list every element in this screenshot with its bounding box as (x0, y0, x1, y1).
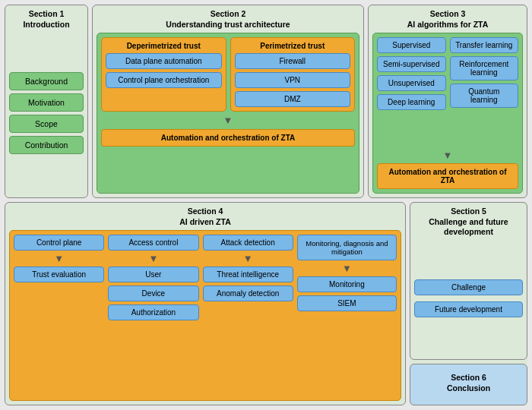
section3-grid: Supervised Semi-supervised Unsupervised … (377, 37, 518, 147)
firewall-item[interactable]: Firewall (235, 53, 351, 69)
section2-title-line2: Understanding trust architecture (166, 20, 290, 29)
s4-col4-arrow: ▼ (342, 263, 352, 273)
section1-items: Background Motivation Scope Contribution (9, 33, 84, 194)
section2-top: Deperimetrized trust Data plane automati… (101, 37, 355, 112)
control-plane-header[interactable]: Control plane (14, 235, 104, 251)
section1-box: Section 1 Introduction Background Motiva… (5, 5, 88, 198)
s4-col1: Control plane ▼ Trust evaluation (14, 235, 104, 396)
supervised-item[interactable]: Supervised (377, 37, 446, 53)
attack-detection-header[interactable]: Attack detection (203, 235, 293, 251)
trust-evaluation-item[interactable]: Trust evaluation (14, 266, 104, 282)
section5-title: Section 5 Challenge and future developme… (414, 207, 523, 238)
quantum-learning-item[interactable]: Quantum learning (450, 84, 519, 108)
threat-intelligence-item[interactable]: Threat intelligence (203, 266, 293, 282)
monitoring-header[interactable]: Monitoring, diagnosis and mitigation (297, 235, 397, 260)
deperimetrized-col: Deperimetrized trust Data plane automati… (101, 37, 226, 112)
control-plane-orchestration[interactable]: Control plane orchestration (106, 72, 222, 88)
scope-item[interactable]: Scope (9, 115, 84, 133)
unsupervised-item[interactable]: Unsupervised (377, 75, 446, 91)
bottom-row: Section 4 AI driven ZTA Control plane ▼ … (5, 202, 527, 405)
section1-title-line1: Section 1 (29, 9, 65, 18)
section3-title: Section 3 AI algorithms for ZTA (372, 9, 523, 30)
perimetrized-col: Perimetrized trust Firewall VPN DMZ (230, 37, 356, 112)
reinforcement-learning-item[interactable]: Reinforcement learning (450, 56, 519, 80)
section1-title: Section 1 Introduction (9, 9, 84, 30)
section2-automation-bar: Automation and orchestration of ZTA (101, 129, 355, 147)
transfer-learning-item[interactable]: Transfer learning (450, 37, 519, 53)
deperimetrized-header: Deperimetrized trust (127, 42, 201, 50)
section3-left-col: Supervised Semi-supervised Unsupervised … (377, 37, 446, 147)
anomaly-detection-item[interactable]: Anomaly detection (203, 285, 293, 301)
section6-title-line2: Conclusion (447, 383, 490, 393)
section3-inner: Supervised Semi-supervised Unsupervised … (372, 33, 523, 194)
section4-title: Section 4 AI driven ZTA (9, 207, 401, 227)
s4-col2: Access control ▼ User Device Authorizati… (108, 235, 198, 396)
section3-automation-bar: Automation and orchestration of ZTA (377, 163, 518, 189)
semi-supervised-item[interactable]: Semi-supervised (377, 56, 446, 72)
section2-title: Section 2 Understanding trust architectu… (97, 9, 359, 30)
section5-box: Section 5 Challenge and future developme… (410, 202, 527, 360)
section6-title: Section 6 Conclusion (414, 373, 523, 393)
access-control-header[interactable]: Access control (108, 235, 198, 251)
challenge-item[interactable]: Challenge (414, 279, 523, 295)
section3-right-col: Transfer learning Reinforcement learning… (450, 37, 519, 147)
section3-title-line2: AI algorithms for ZTA (407, 20, 489, 29)
future-development-item[interactable]: Future development (414, 301, 523, 317)
motivation-item[interactable]: Motivation (9, 93, 84, 112)
data-plane-automation[interactable]: Data plane automation (106, 53, 222, 69)
user-item[interactable]: User (108, 266, 198, 282)
section3-box: Section 3 AI algorithms for ZTA Supervis… (368, 5, 527, 198)
section5-items: Challenge Future development (414, 241, 523, 355)
dmz-item[interactable]: DMZ (235, 91, 351, 107)
vpn-item[interactable]: VPN (235, 72, 351, 88)
section1-title-line2: Introduction (23, 20, 69, 29)
section4-inner: Control plane ▼ Trust evaluation Access … (9, 230, 401, 401)
s4-col3: Attack detection ▼ Threat intelligence A… (203, 235, 293, 396)
top-row: Section 1 Introduction Background Motiva… (5, 5, 527, 198)
section5-title-line2: Challenge and future development (429, 217, 508, 237)
section2-arrow: ▼ (101, 115, 355, 125)
s4-col2-arrow: ▼ (148, 254, 158, 263)
s4-col4: Monitoring, diagnosis and mitigation ▼ M… (297, 235, 397, 396)
section4-box: Section 4 AI driven ZTA Control plane ▼ … (5, 202, 406, 405)
device-item[interactable]: Device (108, 285, 198, 301)
section4-title-line1: Section 4 (188, 207, 223, 216)
section2-box: Section 2 Understanding trust architectu… (92, 5, 364, 198)
section3-title-line1: Section 3 (430, 9, 466, 18)
section5-title-line1: Section 5 (451, 207, 486, 216)
perimetrized-header: Perimetrized trust (260, 42, 325, 50)
contribution-item[interactable]: Contribution (9, 136, 84, 154)
siem-item[interactable]: SIEM (297, 295, 397, 311)
section5-wrapper: Section 5 Challenge and future developme… (410, 202, 527, 405)
authorization-item[interactable]: Authorization (108, 304, 198, 320)
main-container: Section 1 Introduction Background Motiva… (0, 0, 532, 410)
section3-arrow: ▼ (377, 150, 518, 160)
deep-learning-item[interactable]: Deep learning (377, 94, 446, 110)
section6-box: Section 6 Conclusion (410, 364, 527, 405)
monitoring-item[interactable]: Monitoring (297, 276, 397, 292)
section6-title-line1: Section 6 (451, 373, 486, 382)
section4-title-line2: AI driven ZTA (179, 217, 230, 226)
background-item[interactable]: Background (9, 72, 84, 90)
section2-inner: Deperimetrized trust Data plane automati… (97, 33, 359, 194)
s4-col3-arrow: ▼ (243, 254, 253, 263)
s4-col1-arrow: ▼ (54, 254, 64, 263)
section2-title-line1: Section 2 (211, 9, 246, 18)
